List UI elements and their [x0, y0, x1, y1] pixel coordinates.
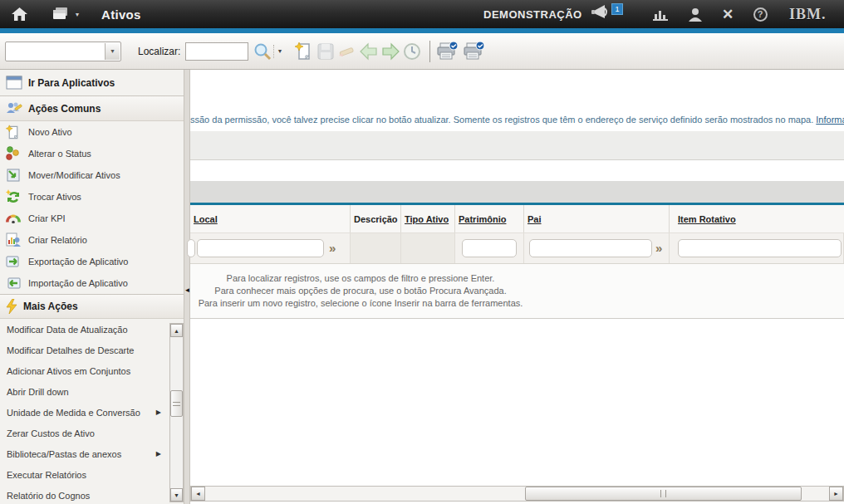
filter-input-local[interactable] [197, 239, 324, 257]
instruction-line: Para inserir um novo registro, selecione… [190, 297, 531, 310]
action-abrir-drill-down[interactable]: Abrir Drill down [0, 381, 169, 402]
filter-input-item-rotativo[interactable] [678, 239, 842, 257]
horizontal-scrollbar[interactable]: ◄ ► [190, 486, 844, 502]
filter-cell-patrimonio [455, 233, 524, 263]
column-header-tipo-ativo[interactable]: Tipo Ativo [401, 205, 455, 232]
export-icon [6, 255, 21, 268]
sidebar-splitter[interactable]: ◄ [184, 70, 190, 504]
notifications-button[interactable]: 1 [591, 3, 625, 27]
change-status-icon [6, 146, 21, 161]
action-modificar-data-atualizacao[interactable]: Modificar Data de Atualização [0, 319, 169, 340]
action-zerar-custos-ativo[interactable]: Zerar Custos de Ativo [0, 423, 169, 443]
filter-input-pai[interactable] [529, 239, 652, 257]
scroll-left-icon[interactable]: ◄ [191, 487, 205, 501]
empty-table-instructions: Para localizar registros, use os campos … [190, 264, 844, 319]
kpi-gauge-icon [6, 213, 21, 223]
localizar-label: Localizar: [138, 46, 180, 57]
action-criar-relatorio[interactable]: Criar Relatório [0, 229, 184, 251]
new-record-icon[interactable] [293, 41, 315, 62]
action-relatorio-cognos[interactable]: Relatório do Cognos [0, 485, 169, 504]
column-header-item-rotativo[interactable]: Item Rotativo [670, 205, 844, 232]
sidebar-scrollbar-thumb[interactable] [170, 390, 183, 417]
action-adicionar-ativos-conjuntos[interactable]: Adicionar Ativos em Conjuntos [0, 360, 169, 381]
report-icon [6, 232, 21, 247]
submenu-arrow-icon: ▶ [156, 409, 161, 416]
column-header-pai[interactable]: Pai [524, 205, 670, 232]
action-executar-relatorios[interactable]: Executar Relatórios [0, 464, 169, 485]
select-value-local-icon[interactable]: » [329, 241, 336, 256]
thumb-grip [173, 402, 180, 406]
find-input[interactable] [185, 42, 248, 61]
action-importacao-aplicativo[interactable]: Importação de Aplicativo [0, 272, 184, 294]
swap-assets-icon [6, 189, 21, 204]
toolbar: ▼ Localizar: ▼ [0, 33, 844, 70]
filter-cell-pai: » [524, 233, 670, 263]
action-unidade-medida-conversao[interactable]: Unidade de Medida e Conversão ▶ [0, 402, 169, 423]
print-with-attachments-icon[interactable] [464, 41, 485, 62]
more-actions-list: Modificar Data de Atualização Modificar … [0, 319, 169, 504]
filter-cell-tipo-ativo [401, 233, 455, 263]
print-icon[interactable] [437, 41, 459, 62]
submenu-arrow-icon: ▶ [156, 450, 161, 458]
close-icon[interactable]: ✕ [717, 0, 738, 28]
horizontal-scrollbar-thumb[interactable] [525, 487, 802, 501]
table-filter-row: » » [190, 233, 844, 264]
action-biblioteca-pastas-anexos[interactable]: Biblioteca/Pastas de anexos ▶ [0, 443, 169, 464]
filter-input-patrimonio[interactable] [462, 239, 517, 257]
filter-cell-descricao [351, 233, 401, 263]
column-header-patrimonio[interactable]: Patrimônio [455, 205, 524, 232]
history-clock-icon[interactable] [401, 41, 423, 62]
scroll-down-icon[interactable]: ▼ [170, 488, 183, 502]
action-criar-kpi[interactable]: Criar KPI [0, 208, 184, 229]
scroll-up-icon[interactable]: ▲ [170, 324, 183, 337]
save-record-icon [315, 41, 336, 62]
collapse-sidebar-icon[interactable]: ◄ [184, 284, 190, 296]
sidebar: Ir Para Aplicativos Ações Comuns Novo At… [0, 70, 184, 504]
sidebar-go-to-label: Ir Para Aplicativos [28, 77, 115, 89]
main-content: ssão da permissão, você talvez precise c… [190, 70, 844, 504]
action-novo-ativo[interactable]: Novo Ativo [0, 121, 184, 143]
sidebar-section-common-actions[interactable]: Ações Comuns [0, 96, 184, 121]
import-icon [6, 276, 21, 290]
move-modify-icon [6, 168, 21, 183]
sidebar-item-go-to-applications[interactable]: Ir Para Aplicativos [0, 70, 184, 96]
previous-record-arrow-icon[interactable] [358, 41, 380, 62]
map-permission-notice: ssão da permissão, você talvez precise c… [190, 115, 844, 131]
thumb-grip [660, 490, 666, 497]
action-exportacao-aplicativo[interactable]: Exportação de Aplicativo [0, 251, 184, 272]
action-trocar-ativos[interactable]: Trocar Ativos [0, 186, 184, 208]
filter-cell-item-rotativo [670, 233, 844, 263]
user-profile-icon[interactable] [685, 0, 706, 28]
ibm-logo: IBM. [789, 0, 827, 28]
applications-menu-icon[interactable]: ▼ [48, 0, 85, 28]
help-icon[interactable]: ? [749, 0, 771, 28]
menu-caret-icon: ▼ [75, 12, 81, 17]
filter-cell-local: » [190, 233, 351, 263]
search-options-caret-icon[interactable]: ▼ [273, 45, 285, 58]
home-icon[interactable] [5, 0, 33, 28]
environment-label: DEMONSTRAÇÃO [483, 0, 582, 28]
action-modificar-detalhes-descarte[interactable]: Modificar Detalhes de Descarte [0, 340, 169, 360]
action-alterar-status[interactable]: Alterar o Status [0, 143, 184, 164]
table-toolbar-band [190, 181, 844, 203]
filter-input-partial[interactable] [187, 239, 195, 257]
common-actions-title: Ações Comuns [28, 103, 101, 115]
clear-changes-pencil-icon [336, 41, 358, 62]
next-record-arrow-icon[interactable] [380, 41, 401, 62]
select-value-pai-icon[interactable]: » [655, 241, 662, 256]
record-select-combobox[interactable]: ▼ [5, 42, 121, 61]
sidebar-section-more-actions[interactable]: Mais Ações [0, 294, 184, 319]
notification-badge: 1 [611, 3, 623, 15]
scroll-right-icon[interactable]: ► [829, 487, 843, 501]
notice-info-link[interactable]: Informaç [816, 115, 844, 125]
combo-caret-icon[interactable]: ▼ [105, 43, 120, 60]
people-actions-icon [6, 101, 22, 115]
sidebar-scrollbar[interactable]: ▲ ▼ [169, 323, 184, 502]
table-header-row: Local Descrição Tipo Ativo Patrimônio Pa… [190, 205, 844, 233]
megaphone-icon [591, 3, 611, 22]
reports-chart-icon[interactable] [650, 0, 672, 28]
action-mover-modificar[interactable]: Mover/Modificar Ativos [0, 164, 184, 186]
column-header-local[interactable]: Local [190, 205, 351, 232]
instruction-line: Para localizar registros, use os campos … [190, 272, 531, 285]
search-icon[interactable] [252, 41, 273, 62]
